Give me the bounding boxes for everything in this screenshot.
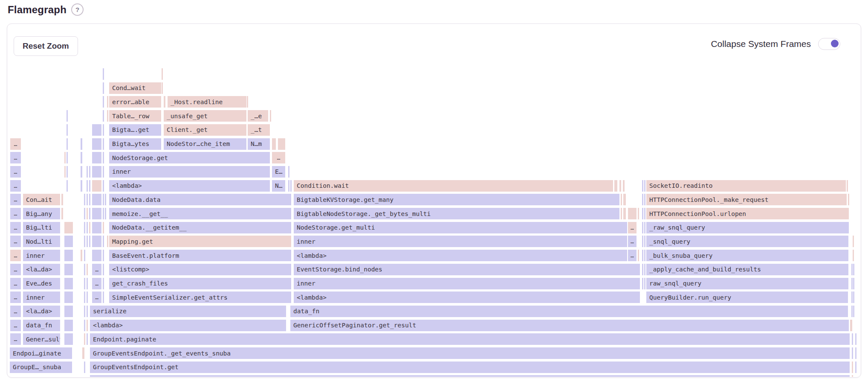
frame-sliver[interactable] xyxy=(644,208,645,219)
frame-sliver[interactable] xyxy=(89,166,90,178)
frame-sliver[interactable] xyxy=(852,362,853,373)
frame-eventstorage-bind-nodes[interactable]: EventStorage.bind_nodes xyxy=(294,264,640,275)
frame-groupe-snuba[interactable]: GroupE…_snuba xyxy=(10,362,72,373)
frame-sliver[interactable] xyxy=(84,264,85,275)
frame-condition-wait[interactable]: Condition.wait xyxy=(294,180,613,192)
frame-sliver[interactable] xyxy=(84,208,85,219)
frame-sliver[interactable] xyxy=(103,194,104,205)
frame-sliver[interactable] xyxy=(103,180,104,192)
frame-sliver[interactable] xyxy=(84,250,85,261)
frame-sliver[interactable] xyxy=(87,208,88,219)
frame-[interactable]: … xyxy=(628,222,637,233)
frame-sliver[interactable] xyxy=(103,152,104,163)
frame-sliver[interactable] xyxy=(855,362,856,373)
frame-sliver[interactable] xyxy=(103,110,104,122)
frame-snql-query[interactable]: _snql_query xyxy=(646,236,848,247)
frame-gener-sult[interactable]: Gener…sult xyxy=(23,333,60,345)
frame-lambda[interactable]: <lambda> xyxy=(294,250,627,261)
frame-nodestorage-get-multi[interactable]: NodeStorage.get_multi xyxy=(294,222,627,233)
frame-sliver[interactable] xyxy=(642,278,643,289)
frame-n-m[interactable]: N…m xyxy=(248,138,270,150)
frame-nodestorage-get[interactable]: NodeStorage.get xyxy=(109,152,270,163)
frame-sliver[interactable] xyxy=(855,333,856,345)
frame-sliver[interactable] xyxy=(64,222,73,233)
frame-inner[interactable]: inner xyxy=(294,236,627,247)
frame-inner[interactable]: inner xyxy=(23,292,60,303)
frame-bigta-get[interactable]: Bigta….get xyxy=(109,124,161,136)
frame-big-any[interactable]: Big…any xyxy=(23,208,60,219)
frame-sliver[interactable] xyxy=(851,306,853,317)
frame-[interactable]: … xyxy=(10,194,21,205)
frame-sliver[interactable] xyxy=(621,208,622,219)
frame-sliver[interactable] xyxy=(162,68,163,80)
frame-sliver[interactable] xyxy=(87,222,88,233)
frame-sliver[interactable] xyxy=(853,292,854,303)
frame-bulk-snuba-query[interactable]: _bulk_snuba_query xyxy=(646,250,848,261)
frame-nodestor-che-item[interactable]: NodeStor…che_item xyxy=(164,138,246,150)
frame-endpoint-paginate[interactable]: Endpoint.paginate xyxy=(90,333,850,345)
frame-sliver[interactable] xyxy=(64,320,73,331)
frame-sliver[interactable] xyxy=(81,180,82,192)
frame-sliver[interactable] xyxy=(84,236,85,247)
frame-sliver[interactable] xyxy=(61,194,63,205)
frame-inner[interactable]: inner xyxy=(109,166,270,178)
frame-sliver[interactable] xyxy=(92,152,101,163)
frame-sliver[interactable] xyxy=(87,292,88,303)
frame-nodedata-getitem[interactable]: NodeData.__getitem__ xyxy=(109,222,291,233)
frame-sliver[interactable] xyxy=(87,166,88,178)
frame-[interactable]: … xyxy=(10,333,21,345)
frame-sliver[interactable] xyxy=(638,250,639,261)
frame-sliver[interactable] xyxy=(853,236,854,247)
frame-memoize-get[interactable]: memoize.__get__ xyxy=(109,208,291,219)
frame-[interactable]: … xyxy=(10,166,21,178)
frame-sliver[interactable] xyxy=(278,138,285,150)
frame-[interactable]: … xyxy=(92,264,101,275)
frame-sliver[interactable] xyxy=(92,138,101,150)
frame-sliver[interactable] xyxy=(628,208,637,219)
frame-sliver[interactable] xyxy=(638,208,639,219)
frame-lambda[interactable]: <lambda> xyxy=(109,180,270,192)
frame-listcomp[interactable]: <listcomp> xyxy=(109,264,291,275)
frame-sliver[interactable] xyxy=(623,208,626,219)
frame-sliver[interactable] xyxy=(92,236,101,247)
frame-sliver[interactable] xyxy=(623,194,626,205)
frame-sliver[interactable] xyxy=(87,278,88,289)
frame-sliver[interactable] xyxy=(92,208,101,219)
frame-table-row[interactable]: Table…_row xyxy=(109,110,161,122)
frame-inner[interactable]: inner xyxy=(294,278,640,289)
frame-serialize[interactable]: serialize xyxy=(90,306,286,317)
frame-sliver[interactable] xyxy=(89,180,90,192)
frame-genericoffsetpaginator-get-result[interactable]: GenericOffsetPaginator.get_result xyxy=(290,320,849,331)
frame-sliver[interactable] xyxy=(270,110,271,122)
frame-sliver[interactable] xyxy=(87,306,88,317)
frame-sliver[interactable] xyxy=(642,208,643,219)
frame-httpconnectionpool-urlopen[interactable]: HTTPConnectionPool.urlopen xyxy=(646,208,849,219)
collapse-system-frames-toggle[interactable] xyxy=(818,38,840,50)
frame-sliver[interactable] xyxy=(642,264,643,275)
frame-sliver[interactable] xyxy=(81,138,82,150)
frame-cond-wait[interactable]: Cond…wait xyxy=(109,82,161,94)
frame-querybuilder-run-query[interactable]: QueryBuilder.run_query xyxy=(646,292,848,303)
frame-sliver[interactable] xyxy=(87,180,88,192)
frame-bigta-ytes[interactable]: Bigta…ytes xyxy=(109,138,161,150)
frame-socketio-readinto[interactable]: SocketIO.readinto xyxy=(646,180,846,192)
frame-sliver[interactable] xyxy=(614,180,617,192)
frame-sliver[interactable] xyxy=(84,362,85,373)
frame-sliver[interactable] xyxy=(644,222,645,233)
frame-baseevent-platform[interactable]: BaseEvent.platform xyxy=(109,250,291,261)
frame-sliver[interactable] xyxy=(92,250,101,261)
frame-sliver[interactable] xyxy=(89,236,90,247)
frame-sliver[interactable] xyxy=(644,180,645,192)
frame-sliver[interactable] xyxy=(92,166,101,178)
frame-con-ait[interactable]: Con…ait xyxy=(23,194,60,205)
frame-sliver[interactable] xyxy=(87,264,88,275)
frame-sliver[interactable] xyxy=(644,194,645,205)
frame-sliver[interactable] xyxy=(103,250,104,261)
frame-sliver[interactable] xyxy=(92,180,101,192)
frame-sliver[interactable] xyxy=(107,236,108,247)
frame-sliver[interactable] xyxy=(89,208,90,219)
frame-sliver[interactable] xyxy=(87,320,88,331)
frame-sliver[interactable] xyxy=(67,138,68,150)
frame-[interactable]: … xyxy=(10,138,21,150)
frame-sliver[interactable] xyxy=(103,68,104,80)
